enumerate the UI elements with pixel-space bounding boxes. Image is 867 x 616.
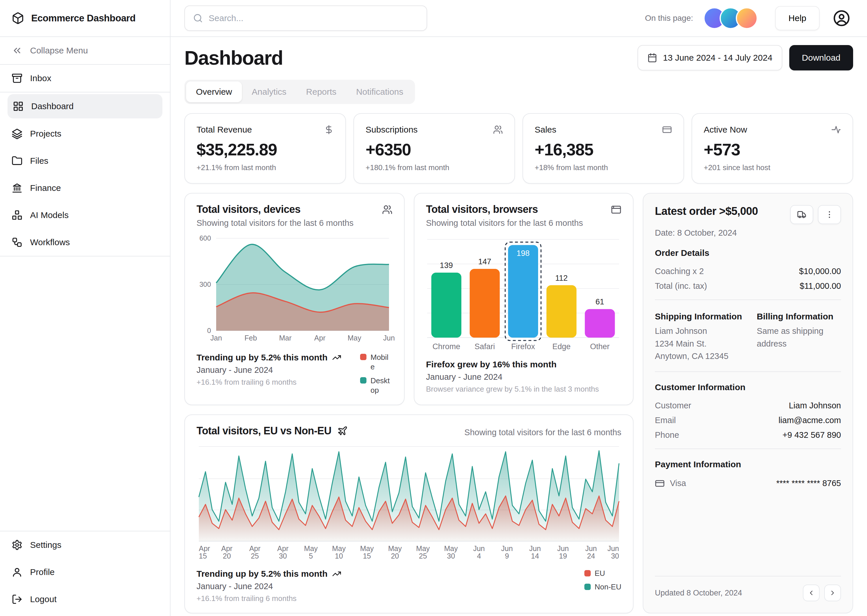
sidebar-item-files[interactable]: Files [0,147,170,174]
svg-text:198: 198 [517,249,530,258]
landmark-icon [11,182,22,193]
folder-icon [11,156,22,167]
app-title: Ecommerce Dashboard [31,13,136,24]
devices-chart-title: Total visitors, devices [197,203,353,215]
desktop-legend-swatch [360,377,366,383]
svg-text:May25: May25 [416,544,430,560]
stat-change: +18% from last month [534,163,672,172]
sidebar-item-settings[interactable]: Settings [0,531,170,558]
shipping-address: Liam Johnson 1234 Main St. Anytown, CA 1… [655,325,748,363]
user-circle-icon [833,9,850,27]
order-details-title: Order Details [655,248,841,258]
tab-notifications[interactable]: Notifications [346,82,413,102]
svg-text:Apr20: Apr20 [221,544,232,560]
svg-text:Jun: Jun [383,334,395,342]
eu-chart-card: Total visitors, EU vs Non-EU Showing tot… [184,415,634,613]
sidebar-item-dashboard[interactable]: Dashboard [8,94,162,118]
svg-text:Feb: Feb [244,334,257,342]
layers-icon [11,128,22,139]
customer-row: Email liam@acme.com [655,416,841,425]
calendar-icon [647,53,657,63]
tab-analytics[interactable]: Analytics [242,82,296,102]
trending-up-icon [332,569,341,578]
search-input[interactable] [209,13,418,23]
divider [655,448,841,449]
devices-chart-card: Total visitors, devices Showing total vi… [184,193,405,405]
users-icon [382,204,393,215]
chevron-right-icon [829,589,836,597]
svg-text:May30: May30 [444,544,458,560]
order-title: Latest order >$5,000 [655,205,758,217]
sidebar-footer: Settings Profile Logout [0,531,170,616]
eu-legend-label: EU [595,569,605,578]
truck-icon [797,210,806,219]
page-dot-3[interactable] [736,7,758,29]
collapse-menu-button[interactable]: Collapse Menu [0,37,170,64]
sidebar-item-label: Settings [30,540,61,550]
truck-button[interactable] [790,205,813,224]
sidebar-item-projects[interactable]: Projects [0,120,170,147]
mobile-legend-label: Mobile [370,353,393,371]
email-label: Email [655,416,676,425]
devices-chart-subtitle: Showing total visitors for the last 6 mo… [197,218,353,228]
sidebar-item-workflows[interactable]: Workflows [0,229,170,256]
date-range-button[interactable]: 13 June 2024 - 14 July 2024 [638,45,782,71]
eu-legend-swatch [584,570,591,577]
svg-text:Edge: Edge [552,342,571,351]
browser-window-icon [611,204,621,215]
order-total-label: Total (inc. tax) [655,281,707,291]
next-order-button[interactable] [824,585,841,601]
stat-change: +21.1% from last month [197,163,334,172]
sidebar-item-finance[interactable]: Finance [0,174,170,201]
download-button[interactable]: Download [789,45,853,71]
stat-card-total-revenue: Total Revenue $35,225.89 +21.1% from las… [184,113,346,184]
svg-text:Jan: Jan [210,334,222,342]
svg-text:Jun30: Jun30 [607,544,619,560]
shipping-line: Anytown, CA 12345 [655,350,748,363]
trending-up-icon [332,353,341,362]
desktop-legend-label: Desktop [370,376,393,395]
svg-text:Other: Other [590,342,610,351]
page-header: Dashboard 13 June 2024 - 14 July 2024 Do… [184,45,853,71]
prev-order-button[interactable] [803,585,820,601]
svg-text:Jun9: Jun9 [501,544,513,560]
customer-row: Phone +9 432 567 890 [655,430,841,440]
sidebar-item-logout[interactable]: Logout [0,586,170,613]
page-title: Dashboard [184,47,283,69]
sidebar-item-label: Profile [30,567,55,577]
tab-overview[interactable]: Overview [186,82,242,102]
latest-order-panel: Latest order >$5,000 Date: 8 October, 20… [643,193,853,613]
order-footer: Updated 8 October, 2024 [655,576,841,601]
payment-number: **** **** **** 8765 [776,479,841,488]
sidebar-item-inbox[interactable]: Inbox [0,65,170,92]
email-value: liam@acme.com [779,416,841,425]
package-logo-icon [11,12,24,25]
sidebar-item-profile[interactable]: Profile [0,558,170,586]
header-actions: 13 June 2024 - 14 July 2024 Download [638,45,853,71]
devices-note-text: +16.1% from trailing 6 months [197,378,341,387]
search-box[interactable] [184,5,427,31]
plane-icon [337,426,348,436]
payment-row: Visa **** **** **** 8765 [655,479,841,488]
non-eu-legend-label: Non-EU [595,583,621,591]
stat-value: +573 [704,140,841,159]
credit-card-icon [655,479,665,488]
avatar[interactable] [830,7,853,30]
order-updated: Updated 8 October, 2024 [655,589,742,597]
stat-cards: Total Revenue $35,225.89 +21.1% from las… [184,113,853,184]
main-area: On this page: Help Dashboard 13 J [170,0,867,616]
browsers-period-text: January - June 2024 [426,372,599,382]
tab-reports[interactable]: Reports [296,82,346,102]
sidebar-item-label: Workflows [30,237,70,247]
more-button[interactable] [818,205,841,224]
sidebar-item-label: Logout [30,594,57,604]
order-total-value: $11,000.00 [800,281,841,291]
svg-text:Safari: Safari [474,342,495,351]
archive-icon [11,73,22,84]
stat-value: $35,225.89 [197,140,334,159]
on-this-page-label: On this page: [645,14,693,23]
boxes-icon [11,210,22,221]
help-button[interactable]: Help [775,6,820,30]
svg-text:May15: May15 [360,544,374,560]
sidebar-item-ai-models[interactable]: AI Models [0,201,170,229]
